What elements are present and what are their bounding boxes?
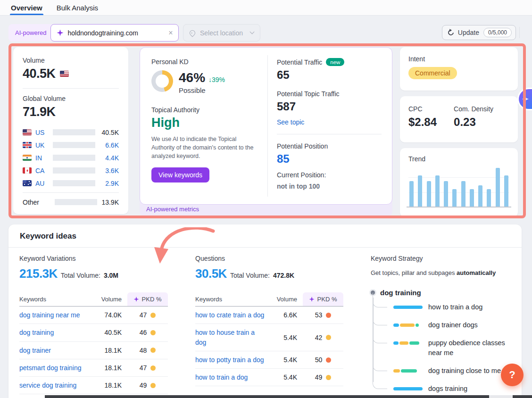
underlying-window-edge-gap <box>489 395 513 398</box>
topic-bar <box>393 306 423 309</box>
see-topic-link[interactable]: See topic <box>277 118 382 126</box>
country-row: CA 3.6K <box>23 164 119 177</box>
pkd-cell: 42 <box>303 334 343 341</box>
questions-section: Questions 30.5K Total Volume: 472.8K Key… <box>195 255 343 386</box>
current-position-label: Current Position: <box>277 171 382 179</box>
keyword-link[interactable]: dog training <box>19 328 92 337</box>
ai-sparkle-icon <box>309 297 315 302</box>
questions-total-label: Total Volume: <box>230 272 270 279</box>
other-label: Other <box>23 199 49 206</box>
strategy-root-node[interactable]: dog training <box>371 289 517 297</box>
trend-bar <box>478 185 482 207</box>
questions-total-value: 472.8K <box>273 272 294 279</box>
view-keywords-button[interactable]: View keywords <box>151 167 209 182</box>
keyword-link[interactable]: how to train a dog <box>195 373 268 382</box>
strategy-child-node[interactable]: dog training close to me <box>373 362 517 380</box>
table-row: how to house train a dog 5.4K 42 <box>195 324 343 351</box>
topical-authority-description: We use AI to indicate the Topical Author… <box>151 135 259 160</box>
country-value-link[interactable]: 2.9K <box>105 180 119 187</box>
col-header-volume: Volume <box>92 292 122 306</box>
country-value-link[interactable]: 6.6K <box>105 141 119 149</box>
bar-segment <box>400 323 415 327</box>
country-value-link[interactable]: 3.6K <box>105 167 119 174</box>
strategy-child-node[interactable]: puppy obedience classes near me <box>373 334 517 363</box>
strategy-child-node[interactable]: dog trainer dogs <box>373 316 517 334</box>
variations-count[interactable]: 215.3K <box>19 266 58 281</box>
update-quota-badge: 0/5,000 <box>483 28 512 37</box>
keyword-variations-label: Keyword Variations <box>19 255 168 262</box>
volume-card: Volume 40.5K Global Volume 71.9K US 40.5… <box>13 47 128 214</box>
trend-bar <box>496 168 500 207</box>
questions-label: Questions <box>195 255 343 262</box>
table-row: how to potty train a dog 5.4K 50 <box>195 351 343 369</box>
keyword-variations-section: Keyword Variations 215.3K Total Volume: … <box>19 255 168 394</box>
ai-assistant-button[interactable] <box>517 88 532 110</box>
update-button[interactable]: Update 0/5,000 <box>442 25 516 40</box>
bar-segment <box>393 387 423 390</box>
country-bar-track <box>53 155 95 161</box>
bar-segment <box>401 369 417 373</box>
table-row: how to train a dog 5.4K 49 <box>195 369 343 386</box>
keyword-link[interactable]: how to house train a dog <box>195 328 268 347</box>
bar-segment <box>393 369 400 373</box>
table-row: dog training near me 74.0K 47 <box>19 307 168 324</box>
tab-bulk-analysis[interactable]: Bulk Analysis <box>57 0 98 15</box>
pkd-cell: 47 <box>127 364 168 372</box>
tab-overview[interactable]: Overview <box>11 0 42 15</box>
location-select[interactable]: Select location <box>183 24 260 41</box>
keyword-strategy-section: Keyword Strategy Get topics, pillar and … <box>371 255 517 398</box>
potential-traffic-value: 65 <box>277 68 382 82</box>
volume-cell: 18.1K <box>92 364 122 372</box>
country-bar-track <box>55 199 97 205</box>
country-code-link[interactable]: CA <box>35 167 47 174</box>
table-row: service dog training 18.1K 49 <box>19 377 168 394</box>
pkd-cell: 48 <box>127 347 168 354</box>
country-code-link[interactable]: IN <box>35 154 47 162</box>
com-density-value: 0.23 <box>454 116 493 129</box>
bar-segment <box>393 323 399 327</box>
keyword-link[interactable]: dog training near me <box>19 310 92 320</box>
trend-bar <box>461 181 466 207</box>
pkd-dot <box>326 313 331 318</box>
strategy-child-node[interactable]: how to train a dog <box>373 298 517 316</box>
cpc-card: CPC $2.84 Com. Density 0.23 <box>400 96 518 142</box>
chevron-down-icon <box>250 30 255 34</box>
country-code-link[interactable]: US <box>35 129 47 136</box>
country-value: 40.5K <box>101 129 119 136</box>
us-flag-icon <box>23 129 32 135</box>
keyword-ideas-title: Keyword ideas <box>8 224 522 248</box>
keyword-link[interactable]: how to potty train a dog <box>195 355 268 365</box>
bar-segment <box>409 341 419 345</box>
keyword-link[interactable]: dog trainer <box>19 346 92 355</box>
trend-bars <box>409 168 508 207</box>
australia-flag-icon <box>23 180 32 186</box>
country-row: AU 2.9K <box>23 177 119 190</box>
chart-baseline <box>407 207 511 207</box>
help-button[interactable]: ? <box>501 364 524 386</box>
col-header-volume: Volume <box>268 292 297 306</box>
country-code-link[interactable]: UK <box>35 141 47 149</box>
keyword-link[interactable]: how to crate train a dog <box>195 310 268 320</box>
pkd-cell: 46 <box>127 329 168 336</box>
topic-bar <box>393 323 423 327</box>
keyword-input[interactable]: holdnondogtraining.com × <box>50 24 179 41</box>
country-value-link[interactable]: 4.4K <box>105 154 119 162</box>
keyword-link[interactable]: service dog training <box>19 381 92 390</box>
clear-input-icon[interactable]: × <box>168 29 173 37</box>
questions-table: Keywords Volume PKD % how to crate train… <box>195 292 343 386</box>
trend-bar <box>409 181 414 207</box>
keyword-link[interactable]: petsmart dog training <box>19 363 92 373</box>
pkd-cell: 50 <box>303 356 343 364</box>
questions-count[interactable]: 30.5K <box>195 266 227 281</box>
cpc-value: $2.84 <box>408 116 437 129</box>
country-code-link[interactable]: AU <box>35 180 47 187</box>
col-header-keywords: Keywords <box>195 292 268 306</box>
global-volume-value: 71.9K <box>23 105 119 119</box>
current-position-value: not in top 100 <box>277 182 382 190</box>
underlying-window-edge <box>45 395 532 398</box>
potential-traffic-label: Potential Traffic <box>277 58 322 66</box>
trend-bar <box>487 189 491 207</box>
location-placeholder: Select location <box>200 29 243 37</box>
country-row: US 40.5K <box>23 126 119 139</box>
uk-flag-icon <box>23 142 32 148</box>
